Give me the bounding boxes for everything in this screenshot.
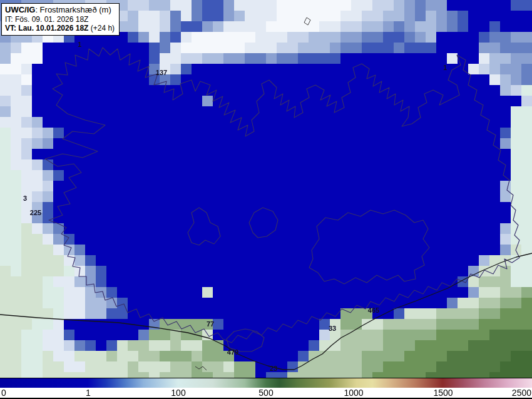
colorbar: 01100500100015002500: [0, 378, 532, 399]
map-value-label: 225: [30, 209, 41, 216]
colorbar-tick: 1500: [433, 388, 453, 398]
map-value-label: 1: [443, 64, 447, 71]
frost-height-raster: [0, 0, 532, 378]
colorbar-tick: 0: [1, 388, 6, 398]
colorbar-tick-labels: 01100500100015002500: [0, 388, 532, 398]
map-value-label: 479: [227, 348, 238, 356]
colorbar-tick: 500: [258, 388, 273, 398]
map-title-box: UWC/IG: Frostmarkshæð (m) IT: Fös. 09. 0…: [1, 3, 120, 36]
colorbar-tick: 2500: [512, 388, 531, 398]
map-value-label: 1: [78, 41, 81, 48]
valid-time: VT: Lau. 10.01.2026 18Z (+24 h): [5, 24, 115, 33]
init-time: IT: Fös. 09. 01. 2026 18Z: [5, 15, 115, 24]
map-value-label: 137: [156, 69, 167, 76]
map-value-label: 77: [207, 320, 214, 328]
map-value-label: 465: [368, 306, 379, 314]
map-value-label: 33: [329, 325, 336, 332]
colorbar-tick: 1000: [344, 388, 363, 398]
colorbar-gradient: [0, 378, 532, 388]
weather-map-viewport: 113713225774653347923 UWC/IG: Frostmarks…: [0, 0, 532, 399]
map-value-label: 23: [270, 365, 277, 372]
colorbar-tick: 100: [171, 388, 185, 398]
colorbar-tick: 1: [86, 388, 91, 398]
map-title: UWC/IG: Frostmarkshæð (m): [5, 5, 115, 15]
map-value-label: 3: [23, 194, 27, 202]
